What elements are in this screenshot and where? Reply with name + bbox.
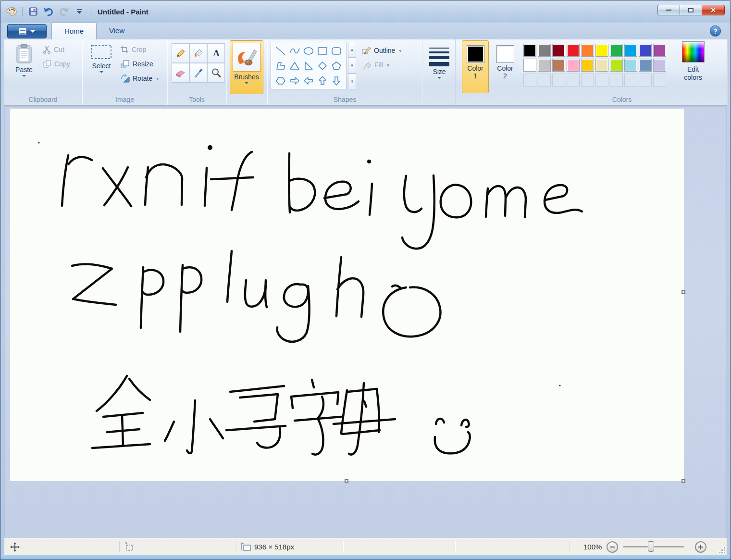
palette-empty-slot	[624, 74, 637, 87]
select-icon	[91, 43, 112, 61]
palette-swatch[interactable]	[653, 59, 666, 72]
palette-swatch[interactable]	[610, 44, 623, 57]
group-shapes: ▲ ▼ ⇟ Outline ▾ Fill ▾ Shapes	[268, 39, 422, 105]
text-tool[interactable]: A	[207, 43, 225, 63]
size-button[interactable]: Size	[425, 40, 454, 94]
palette-swatch[interactable]	[610, 59, 623, 72]
cut-icon	[43, 46, 51, 54]
shape-arrow-down[interactable]	[330, 73, 344, 88]
zoom-controls: 100%	[583, 538, 706, 555]
paint-app-icon	[5, 5, 18, 18]
palette-swatch[interactable]	[567, 59, 580, 72]
magnifier-tool[interactable]	[207, 63, 225, 83]
group-tools: A Tools	[168, 39, 226, 105]
image-size-icon	[241, 542, 251, 552]
shapes-more-button[interactable]: ⇟	[348, 74, 356, 89]
redo-button[interactable]	[58, 5, 70, 18]
shape-rectangle[interactable]	[316, 43, 330, 58]
shape-right-triangle[interactable]	[302, 58, 316, 73]
shape-arrow-right[interactable]	[288, 73, 302, 88]
tab-view[interactable]: View	[97, 23, 137, 39]
canvas-resize-handle-corner[interactable]	[681, 479, 685, 483]
application-menu-button[interactable]	[7, 24, 47, 38]
fill-button[interactable]: Fill ▾	[362, 59, 389, 71]
shape-triangle[interactable]	[288, 58, 302, 73]
pentagon-icon	[331, 60, 342, 72]
window-title: Untitled - Paint	[98, 8, 149, 16]
palette-swatch[interactable]	[639, 59, 652, 72]
copy-button[interactable]: Copy	[43, 58, 70, 70]
zoom-in-button[interactable]	[695, 541, 706, 553]
drawing-canvas[interactable]	[10, 109, 684, 481]
rounded-rectangle-icon	[331, 45, 342, 57]
save-button[interactable]	[27, 5, 39, 18]
status-separator	[455, 541, 455, 552]
window-resize-grip[interactable]	[719, 547, 725, 553]
paste-button[interactable]: Paste	[9, 41, 39, 93]
shape-rounded-rectangle[interactable]	[330, 43, 344, 58]
shape-polygon[interactable]	[274, 58, 288, 73]
brushes-button[interactable]: Brushes	[230, 40, 263, 94]
palette-swatch[interactable]	[538, 59, 551, 72]
group-colors: Color 1 Color 2 Edit colors Colors	[456, 39, 728, 105]
chevron-down-icon: ▾	[399, 48, 401, 53]
palette-swatch[interactable]	[581, 44, 594, 57]
palette-swatch[interactable]	[523, 59, 536, 72]
crop-button[interactable]: Crop	[120, 43, 146, 56]
palette-empty-slot	[653, 74, 666, 87]
minimize-button[interactable]	[657, 5, 680, 15]
shape-arrow-left[interactable]	[302, 73, 316, 88]
group-image: Select Crop Resize Rotate ▾ Image	[83, 39, 167, 105]
palette-swatch[interactable]	[538, 44, 551, 57]
color1-button[interactable]: Color 1	[462, 40, 489, 93]
shape-line[interactable]	[274, 43, 288, 58]
palette-swatch[interactable]	[639, 44, 652, 57]
color-picker-tool[interactable]	[189, 63, 207, 83]
rotate-button[interactable]: Rotate ▾	[120, 72, 159, 85]
edit-colors-button[interactable]: Edit colors	[673, 41, 713, 92]
palette-swatch[interactable]	[595, 44, 608, 57]
resize-button[interactable]: Resize	[120, 58, 153, 70]
status-separator	[119, 541, 120, 552]
palette-swatch[interactable]	[624, 59, 637, 72]
shape-ellipse[interactable]	[302, 43, 316, 58]
shape-curve[interactable]	[288, 43, 302, 58]
shapes-scroll-up[interactable]: ▲	[348, 42, 356, 58]
shape-arrow-up[interactable]	[316, 73, 330, 88]
tab-home[interactable]: Home	[51, 23, 97, 39]
zoom-slider[interactable]	[623, 546, 684, 548]
color2-button[interactable]: Color 2	[492, 40, 519, 93]
line-icon	[275, 45, 286, 57]
pencil-tool[interactable]	[172, 43, 189, 63]
palette-swatch[interactable]	[552, 59, 565, 72]
shape-diamond[interactable]	[316, 58, 330, 73]
status-separator	[569, 541, 570, 552]
outline-button[interactable]: Outline ▾	[362, 44, 401, 57]
group-label-colors: Colors	[574, 96, 670, 103]
group-brushes: Brushes	[227, 39, 267, 105]
canvas-resize-handle-bottom[interactable]	[345, 479, 348, 483]
palette-swatch[interactable]	[581, 59, 594, 72]
palette-swatch[interactable]	[624, 44, 637, 57]
fill-with-color-tool[interactable]	[189, 43, 207, 63]
undo-button[interactable]	[42, 5, 55, 18]
palette-swatch[interactable]	[653, 44, 666, 57]
palette-swatch[interactable]	[552, 44, 565, 57]
zoom-slider-thumb[interactable]	[648, 541, 654, 552]
canvas-resize-handle-right[interactable]	[681, 290, 685, 294]
cut-button[interactable]: Cut	[43, 43, 64, 56]
eraser-tool[interactable]	[172, 63, 189, 83]
help-button[interactable]: ?	[710, 25, 721, 37]
select-button[interactable]: Select	[87, 41, 116, 93]
qat-customize-button[interactable]	[73, 5, 86, 18]
restore-button[interactable]	[680, 5, 702, 15]
shape-pentagon[interactable]	[330, 58, 344, 73]
close-button[interactable]: ✕	[702, 5, 725, 15]
shape-hexagon[interactable]	[274, 73, 288, 88]
palette-swatch[interactable]	[595, 59, 608, 72]
shapes-scroll-down[interactable]: ▼	[348, 58, 356, 74]
chevron-down-icon	[99, 71, 103, 73]
palette-swatch[interactable]	[567, 44, 580, 57]
palette-swatch[interactable]	[523, 44, 536, 57]
zoom-out-button[interactable]	[607, 541, 618, 553]
